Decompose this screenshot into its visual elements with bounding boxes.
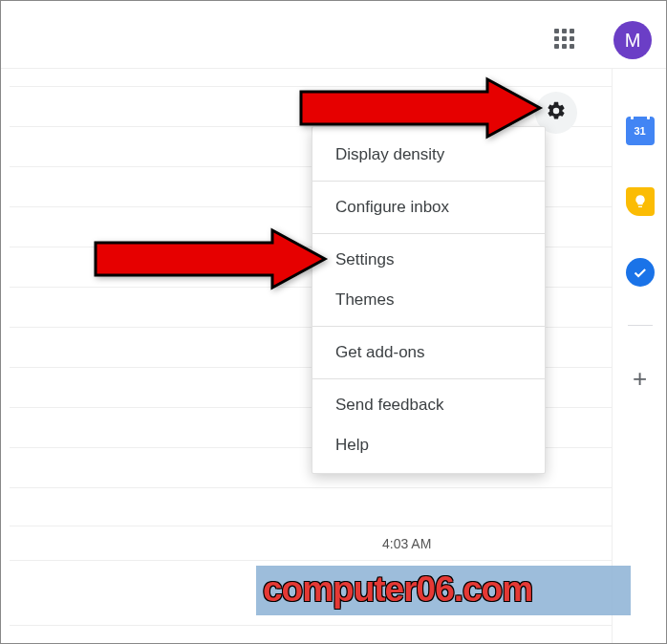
menu-item-label: Settings	[335, 250, 394, 268]
calendar-day-number: 31	[634, 125, 645, 137]
top-bar: M	[0, 0, 667, 69]
apps-icon[interactable]	[554, 29, 575, 50]
menu-separator	[312, 233, 545, 234]
list-row-divider	[10, 526, 612, 526]
list-row-divider	[10, 560, 612, 561]
menu-item-send-feedback[interactable]: Send feedback	[312, 385, 545, 425]
menu-separator	[312, 378, 545, 379]
menu-item-label: Themes	[335, 290, 394, 309]
menu-item-label: Configure inbox	[335, 198, 449, 216]
menu-separator	[312, 181, 545, 182]
annotation-arrow-gear	[291, 75, 549, 145]
list-row-divider	[10, 487, 612, 488]
tasks-icon[interactable]	[626, 258, 655, 287]
menu-item-help[interactable]: Help	[312, 425, 545, 465]
menu-item-themes[interactable]: Themes	[312, 280, 545, 320]
keep-icon[interactable]	[626, 187, 655, 216]
watermark-text: computer06.com	[263, 569, 532, 610]
add-addon-icon[interactable]: +	[626, 364, 655, 393]
menu-item-label: Send feedback	[335, 396, 443, 414]
settings-dropdown-menu: Display density Configure inbox Settings…	[312, 126, 546, 474]
list-row-divider	[10, 625, 612, 626]
annotation-arrow-settings	[86, 225, 334, 296]
menu-item-settings[interactable]: Settings	[312, 240, 545, 280]
menu-separator	[312, 326, 545, 327]
calendar-icon[interactable]: 31	[626, 117, 655, 145]
avatar-initial: M	[625, 30, 641, 52]
account-avatar[interactable]: M	[613, 21, 652, 59]
menu-item-label: Display density	[335, 145, 444, 163]
menu-item-get-addons[interactable]: Get add-ons	[312, 333, 545, 373]
side-panel-separator	[628, 325, 653, 326]
email-time: 4:03 AM	[382, 536, 431, 551]
menu-item-label: Get add-ons	[335, 343, 425, 361]
side-panel: 31 +	[612, 69, 667, 644]
menu-item-label: Help	[335, 436, 369, 454]
menu-item-configure-inbox[interactable]: Configure inbox	[312, 187, 545, 227]
